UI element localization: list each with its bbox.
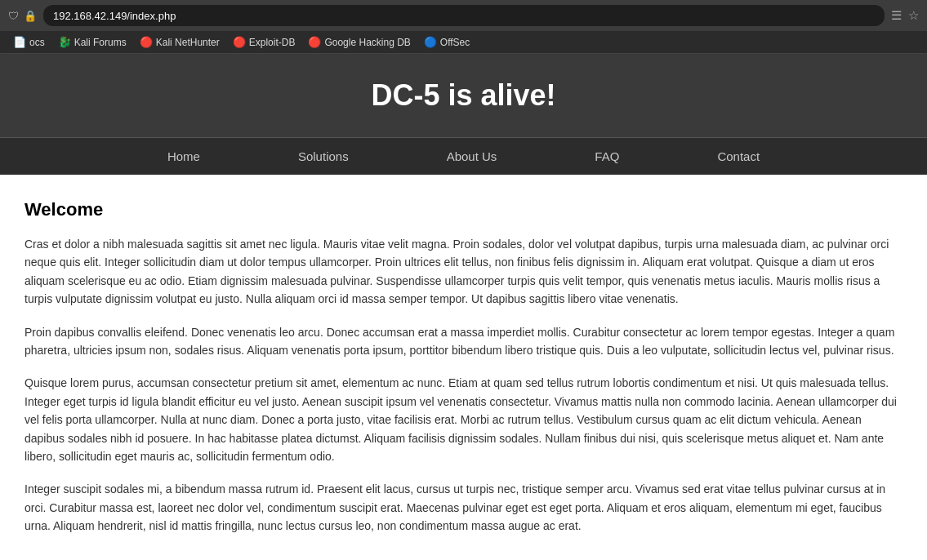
address-input[interactable] <box>43 5 885 26</box>
bookmark-kali-nethunter-icon: 🔴 <box>140 36 153 48</box>
reader-mode-icon[interactable]: ☰ <box>891 8 902 23</box>
browser-chrome: 🛡 🔒 ☰ ☆ 📄 ocs 🐉 Kali Forums 🔴 Kali NetHu… <box>0 0 927 54</box>
nav-solutions[interactable]: Solutions <box>249 138 398 175</box>
address-bar-icons: 🛡 🔒 <box>8 10 37 22</box>
nav-about[interactable]: About Us <box>398 138 546 175</box>
shield-icon: 🛡 <box>8 10 19 22</box>
browser-action-icons: ☰ ☆ <box>891 8 919 23</box>
bookmark-kali-nethunter-label: Kali NetHunter <box>156 37 220 48</box>
site-nav: Home Solutions About Us FAQ Contact <box>0 137 927 175</box>
bookmark-google-hacking-db-icon: 🔴 <box>308 36 321 48</box>
bookmark-exploit-db[interactable]: 🔴 Exploit-DB <box>228 34 301 50</box>
site-header: DC-5 is alive! <box>0 54 927 137</box>
bookmark-docs-icon: 📄 <box>13 36 26 48</box>
bookmark-docs[interactable]: 📄 ocs <box>8 34 50 50</box>
nav-home[interactable]: Home <box>118 138 249 175</box>
page-wrapper: DC-5 is alive! Home Solutions About Us F… <box>0 54 927 560</box>
nav-contact[interactable]: Contact <box>668 138 809 175</box>
bookmark-offsec[interactable]: 🔵 OffSec <box>419 34 475 50</box>
bookmark-kali-forums-icon: 🐉 <box>58 36 71 48</box>
bookmark-google-hacking-db-label: Google Hacking DB <box>324 37 410 48</box>
content-paragraph-4: Integer suscipit sodales mi, a bibendum … <box>25 480 902 535</box>
bookmark-exploit-db-label: Exploit-DB <box>249 37 296 48</box>
lock-icon: 🔒 <box>24 10 37 22</box>
content-heading: Welcome <box>25 199 902 220</box>
content-paragraph-3: Quisque lorem purus, accumsan consectetu… <box>25 374 902 465</box>
bookmark-offsec-icon: 🔵 <box>424 36 437 48</box>
content-paragraph-2: Proin dapibus convallis eleifend. Donec … <box>25 323 902 360</box>
page-content: Welcome Cras et dolor a nibh malesuada s… <box>0 175 927 560</box>
bookmark-exploit-db-icon: 🔴 <box>233 36 246 48</box>
bookmark-kali-forums[interactable]: 🐉 Kali Forums <box>53 34 131 50</box>
bookmark-kali-forums-label: Kali Forums <box>74 37 127 48</box>
bookmark-kali-nethunter[interactable]: 🔴 Kali NetHunter <box>135 34 225 50</box>
address-bar-row: 🛡 🔒 ☰ ☆ <box>0 0 927 31</box>
bookmarks-bar: 📄 ocs 🐉 Kali Forums 🔴 Kali NetHunter 🔴 E… <box>0 31 927 54</box>
bookmark-google-hacking-db[interactable]: 🔴 Google Hacking DB <box>303 34 415 50</box>
nav-faq[interactable]: FAQ <box>546 138 668 175</box>
bookmark-star-icon[interactable]: ☆ <box>908 8 919 23</box>
content-paragraph-1: Cras et dolor a nibh malesuada sagittis … <box>25 235 902 309</box>
site-title: DC-5 is alive! <box>16 78 911 113</box>
bookmark-offsec-label: OffSec <box>440 37 470 48</box>
bookmark-docs-label: ocs <box>29 37 45 48</box>
